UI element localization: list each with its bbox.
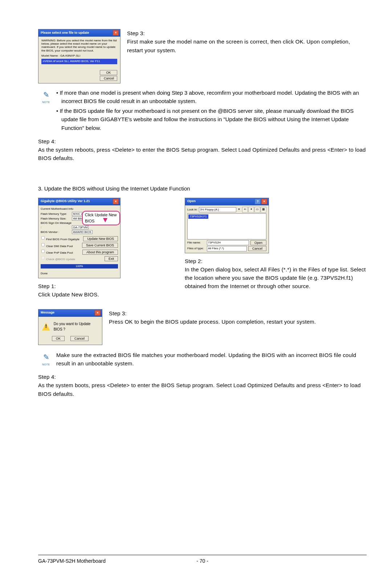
- dialog-title: Open: [187, 199, 196, 204]
- step-3b-label: Step 3:: [109, 310, 127, 316]
- select-file-dialog: Please select one file to update × WARNI…: [38, 29, 121, 83]
- filetype-select[interactable]: All Files (*.*): [207, 246, 247, 251]
- update-new-bios-button[interactable]: Update New BIOS: [83, 236, 118, 241]
- at-bios-utility-dialog: Gigabyte @BIOS Utility Ver 1.21 × Curren…: [38, 198, 121, 278]
- close-icon[interactable]: ×: [113, 30, 119, 36]
- step-4b-label: Step 4:: [38, 374, 56, 380]
- save-current-bios-button[interactable]: Save Current BIOS: [82, 243, 118, 248]
- dialog-title: Gigabyte @BIOS Utility Ver 1.21: [41, 199, 90, 204]
- step-3-label: Step 3:: [127, 30, 145, 36]
- help-icon[interactable]: ?: [255, 199, 261, 204]
- dialog-title: Please select one file to update: [41, 30, 89, 36]
- cancel-button[interactable]: Cancel: [248, 246, 266, 251]
- exit-button[interactable]: Exit: [105, 256, 118, 261]
- lookin-label: Look in:: [187, 208, 197, 212]
- find-bios-checkbox[interactable]: [41, 236, 45, 239]
- close-icon[interactable]: ×: [113, 199, 119, 204]
- close-icon[interactable]: ×: [95, 310, 101, 316]
- cancel-button[interactable]: Cancel: [100, 76, 117, 81]
- message-text: Do you want to Update BIOS ?: [54, 321, 98, 332]
- open-dialog: Open ? × Look in: 3½ Floppy (A:) ▼ ⇐✦▭▦ …: [185, 198, 269, 253]
- model-name-label: Model Name : GA-K8NXP-SLI: [41, 54, 117, 58]
- callout-label: Click Update New BIOS: [82, 211, 120, 225]
- step-4a-label: Step 4:: [38, 138, 56, 144]
- warning-icon: !: [42, 323, 50, 331]
- lookin-field[interactable]: 3½ Floppy (A:): [199, 207, 236, 212]
- step-4b-text: As the system boots, press <Delete> to e…: [38, 382, 361, 397]
- step-2b-text: In the Open dialog box, select All Files…: [185, 266, 366, 290]
- step-2b-label: Step 2:: [185, 258, 203, 264]
- clear-dmi-checkbox[interactable]: [41, 243, 45, 246]
- filename-input[interactable]: 73PVS2H: [207, 240, 249, 245]
- note-bullet-2: If the BIOS update file for your motherb…: [56, 107, 367, 132]
- ok-button[interactable]: OK: [52, 336, 65, 341]
- step-4a-text: As the system reboots, press <Delete> to…: [38, 147, 366, 161]
- about-button[interactable]: About this program: [82, 250, 118, 255]
- file-list[interactable]: 73PVS2H.F1: [187, 213, 266, 239]
- toolbar-icons[interactable]: ⇐✦▭▦: [242, 207, 266, 213]
- note-icon: ✎NOTE: [38, 351, 54, 368]
- progress-bar: 100%: [41, 264, 118, 269]
- dialog-title: Message: [41, 310, 54, 315]
- message-dialog: Message × ! Do you want to Update BIOS ?…: [38, 309, 102, 345]
- step-1b-text: Click Update New BIOS.: [38, 291, 99, 298]
- note-bullet-1: If more than one model is present when d…: [56, 89, 367, 106]
- cancel-button[interactable]: Cancel: [70, 336, 89, 341]
- selected-model[interactable]: nVIDIA nForce4 SLI, AWARD BIOS, Ver F11: [41, 59, 117, 64]
- page-footer: GA-73PVM-S2H Motherboard - 70 -: [38, 555, 367, 565]
- step-1b-label: Step 1:: [38, 283, 56, 289]
- note-2-text: Make sure the extracted BIOS file matche…: [56, 351, 367, 368]
- check-update-checkbox: [41, 256, 45, 259]
- ok-button[interactable]: OK: [100, 70, 117, 75]
- callout-arrow-icon: [103, 218, 107, 222]
- footer-page-number: - 70 -: [192, 557, 213, 565]
- close-icon[interactable]: ×: [261, 199, 267, 204]
- open-button[interactable]: Open: [250, 240, 266, 245]
- footer-left: GA-73PVM-S2H Motherboard: [38, 557, 192, 565]
- note-icon: ✎NOTE: [38, 89, 54, 134]
- warning-text: WARNING: Before you select the model nam…: [41, 39, 117, 52]
- file-selected[interactable]: 73PVS2H.F1: [188, 214, 208, 219]
- done-label: Done: [38, 271, 120, 278]
- clear-pnp-checkbox[interactable]: [41, 250, 45, 253]
- step-3b-text: Press OK to begin the BIOS update proces…: [109, 319, 316, 325]
- step-3-text: First make sure the model name on the sc…: [127, 38, 350, 53]
- section-3-heading: 3. Update the BIOS without Using the Int…: [38, 184, 367, 193]
